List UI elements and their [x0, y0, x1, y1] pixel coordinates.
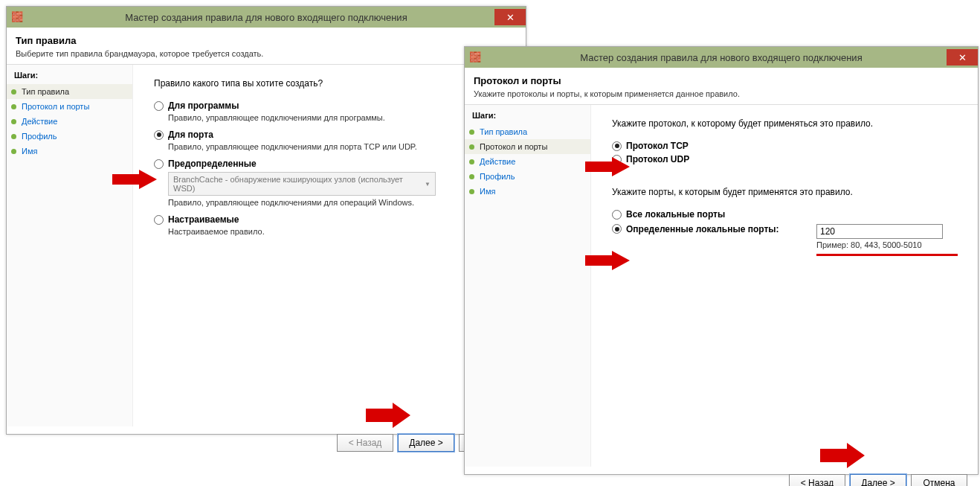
- firewall-brick-icon: 🧱: [469, 51, 481, 63]
- option-tcp: Протокол TCP: [612, 141, 964, 151]
- option-label: Протокол UDP: [626, 154, 689, 164]
- option-row[interactable]: Протокол UDP: [612, 154, 964, 164]
- radio-specific-ports[interactable]: [612, 224, 622, 234]
- combo-value: BranchCache - обнаружение кэширующих узл…: [173, 175, 425, 193]
- step-dot-icon: [469, 144, 474, 150]
- wizard-window-1: 🧱 Мастер создания правила для нового вхо…: [6, 6, 526, 435]
- radio-udp[interactable]: [612, 155, 622, 164]
- wizard-body: Шаги: Тип правила Протокол и порты Дейст…: [465, 105, 978, 467]
- step-protocol-ports[interactable]: Протокол и порты: [7, 99, 132, 114]
- step-action[interactable]: Действие: [465, 154, 590, 169]
- option-row[interactable]: Протокол TCP: [612, 141, 964, 151]
- step-dot-icon: [469, 189, 474, 194]
- predefined-combo[interactable]: BranchCache - обнаружение кэширующих узл…: [168, 172, 436, 196]
- option-label: Предопределенные: [168, 159, 257, 169]
- option-row[interactable]: Предопределенные: [154, 159, 512, 169]
- option-row[interactable]: Для программы: [154, 100, 512, 111]
- wizard-body: Шаги: Тип правила Протокол и порты Дейст…: [7, 65, 526, 426]
- option-label: Определенные локальные порты:: [626, 224, 812, 234]
- radio-custom[interactable]: [154, 215, 164, 225]
- question-protocol: Укажите протокол, к которому будет приме…: [612, 118, 964, 129]
- step-dot-icon: [11, 119, 16, 124]
- step-protocol-ports[interactable]: Протокол и порты: [465, 139, 590, 154]
- step-dot-icon: [11, 134, 16, 139]
- close-button[interactable]: ✕: [947, 49, 978, 65]
- option-custom: Настраиваемые Настраиваемое правило.: [154, 214, 512, 236]
- radio-all-ports[interactable]: [612, 210, 622, 220]
- page-title: Тип правила: [16, 35, 517, 46]
- step-label: Профиль: [22, 132, 57, 141]
- firewall-brick-icon: 🧱: [11, 11, 23, 23]
- step-dot-icon: [11, 149, 16, 154]
- step-rule-type[interactable]: Тип правила: [465, 124, 590, 139]
- step-label: Действие: [480, 157, 515, 166]
- step-dot-icon: [469, 174, 474, 179]
- close-button[interactable]: ✕: [494, 9, 526, 25]
- option-all-ports: Все локальные порты: [612, 209, 964, 220]
- step-profile[interactable]: Профиль: [7, 129, 132, 144]
- close-icon: ✕: [958, 52, 967, 63]
- page-title: Протокол и порты: [474, 75, 969, 86]
- steps-sidebar: Шаги: Тип правила Протокол и порты Дейст…: [465, 105, 591, 467]
- steps-sidebar: Шаги: Тип правила Протокол и порты Дейст…: [7, 65, 133, 426]
- step-dot-icon: [469, 130, 474, 135]
- radio-port[interactable]: [154, 130, 164, 140]
- step-rule-type[interactable]: Тип правила: [7, 84, 132, 99]
- red-underline-annotation: [816, 254, 958, 256]
- step-action[interactable]: Действие: [7, 114, 132, 129]
- titlebar: 🧱 Мастер создания правила для нового вхо…: [7, 7, 526, 28]
- step-dot-icon: [469, 159, 474, 164]
- option-row[interactable]: Для порта: [154, 130, 512, 140]
- step-label: Протокол и порты: [22, 102, 89, 111]
- radio-tcp[interactable]: [612, 141, 622, 151]
- option-label: Для порта: [168, 130, 213, 140]
- option-label: Настраиваемые: [168, 214, 239, 225]
- radio-predefined[interactable]: [154, 159, 164, 169]
- step-name[interactable]: Имя: [7, 144, 132, 159]
- option-desc: Правило, управляющее подключениями для п…: [168, 113, 512, 122]
- step-label: Профиль: [480, 172, 515, 181]
- close-icon: ✕: [506, 12, 515, 23]
- steps-heading: Шаги:: [7, 69, 132, 84]
- back-button[interactable]: < Назад: [337, 434, 393, 452]
- option-label: Протокол TCP: [626, 141, 689, 151]
- wizard-window-2: 🧱 Мастер создания правила для нового вхо…: [464, 46, 979, 475]
- back-button[interactable]: < Назад: [789, 474, 845, 486]
- wizard-buttons: < Назад Далее > Отмена: [465, 467, 978, 486]
- ports-input[interactable]: [816, 224, 943, 239]
- wizard-buttons: < Назад Далее > Отмена: [7, 426, 526, 461]
- window-title: Мастер создания правила для нового входя…: [7, 12, 526, 23]
- radio-program[interactable]: [154, 101, 164, 111]
- page-subtitle: Выберите тип правила брандмауэра, которо…: [16, 49, 517, 58]
- option-udp: Протокол UDP: [612, 154, 964, 164]
- step-label: Тип правила: [480, 127, 527, 136]
- option-desc: Правило, управляющее подключениями для п…: [168, 142, 512, 151]
- option-port: Для порта Правило, управляющее подключен…: [154, 130, 512, 151]
- option-label: Для программы: [168, 100, 239, 111]
- step-name[interactable]: Имя: [465, 184, 590, 199]
- option-row[interactable]: Все локальные порты: [612, 209, 964, 220]
- window-title: Мастер создания правила для нового входя…: [465, 52, 978, 63]
- step-dot-icon: [11, 104, 16, 109]
- titlebar: 🧱 Мастер создания правила для нового вхо…: [465, 47, 978, 68]
- wizard-header: Протокол и порты Укажите протоколы и пор…: [465, 68, 978, 105]
- next-button[interactable]: Далее >: [850, 474, 906, 486]
- step-label: Протокол и порты: [480, 142, 547, 151]
- ports-example: Пример: 80, 443, 5000-5010: [816, 240, 958, 249]
- step-label: Имя: [480, 187, 495, 196]
- option-predefined: Предопределенные BranchCache - обнаружен…: [154, 159, 512, 207]
- wizard-header: Тип правила Выберите тип правила брандма…: [7, 28, 526, 65]
- option-program: Для программы Правило, управляющее подкл…: [154, 100, 512, 122]
- page-subtitle: Укажите протоколы и порты, к которым при…: [474, 89, 969, 98]
- step-profile[interactable]: Профиль: [465, 169, 590, 184]
- step-label: Тип правила: [22, 87, 69, 96]
- question-text: Правило какого типа вы хотите создать?: [154, 78, 512, 89]
- chevron-down-icon: ▼: [425, 181, 431, 188]
- step-dot-icon: [11, 89, 16, 95]
- option-row[interactable]: Настраиваемые: [154, 214, 512, 225]
- option-row[interactable]: Определенные локальные порты: Пример: 80…: [612, 224, 964, 256]
- option-desc: Правило, управляющее подключениями для о…: [168, 198, 512, 207]
- next-button[interactable]: Далее >: [398, 434, 454, 452]
- cancel-button[interactable]: Отмена: [911, 474, 967, 486]
- main-panel: Укажите протокол, к которому будет приме…: [591, 105, 978, 467]
